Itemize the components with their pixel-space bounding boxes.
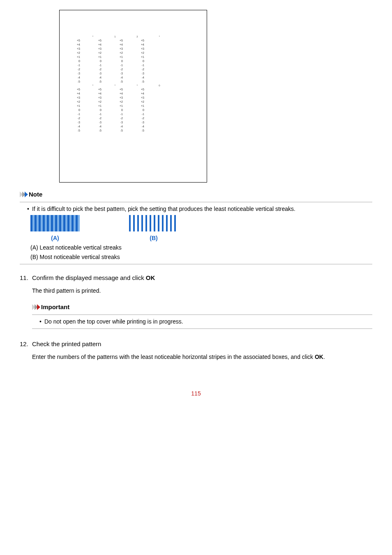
pattern-swatch xyxy=(81,60,97,63)
pattern-row: +5+5+5+5 xyxy=(76,88,190,92)
step-number: 12. xyxy=(20,340,32,365)
row-label: 0 xyxy=(140,59,145,64)
col-head: 0 xyxy=(148,84,171,88)
pattern-swatch xyxy=(145,125,161,128)
row-label: +4 xyxy=(119,92,124,96)
pattern-row: +4+4+4+4 xyxy=(76,92,190,96)
pattern-row: -2-2-2-2 xyxy=(76,116,190,120)
pattern-swatch xyxy=(102,117,119,120)
pattern-row: -2-2-2-2 xyxy=(76,67,190,72)
pattern-swatch xyxy=(81,109,97,112)
pattern-swatch xyxy=(124,104,140,108)
pattern-swatch xyxy=(145,109,161,112)
row-label: -1 xyxy=(97,63,102,68)
pattern-swatch xyxy=(81,121,97,124)
row-label: -5 xyxy=(119,129,124,133)
pattern-row: -3-3-3-3 xyxy=(76,72,190,76)
pattern-row: 0000 xyxy=(76,108,190,112)
row-label: +3 xyxy=(140,47,145,51)
col-head: 1 xyxy=(104,35,126,39)
row-label: 0 xyxy=(97,108,102,113)
pattern-swatch xyxy=(124,51,140,55)
step-11-title-text: Confirm the displayed message and click xyxy=(32,274,146,281)
pattern-swatch xyxy=(81,72,97,75)
page-number: 115 xyxy=(20,389,372,398)
col-head: 2 xyxy=(126,35,148,39)
streak-legend-a: (A) Least noticeable vertical streaks xyxy=(27,243,372,252)
pattern-swatch xyxy=(102,100,119,104)
row-label: +5 xyxy=(119,88,124,92)
pattern-swatch xyxy=(124,113,140,116)
row-label: +1 xyxy=(97,104,102,109)
ok-label: OK xyxy=(146,274,155,281)
pattern-row: +3+3+3+3 xyxy=(76,96,190,100)
pattern-swatch xyxy=(124,100,140,104)
pattern-swatch xyxy=(145,68,161,71)
pattern-swatch xyxy=(124,56,140,59)
pattern-swatch xyxy=(81,64,97,67)
row-label: -3 xyxy=(140,72,145,76)
row-label: -2 xyxy=(76,67,81,72)
step-11-title: Confirm the displayed message and click … xyxy=(32,273,372,283)
streak-examples: (A) (B) xyxy=(27,215,372,243)
divider xyxy=(20,202,372,202)
row-label: -3 xyxy=(140,120,145,125)
pattern-row: -1-1-1-1 xyxy=(76,63,190,67)
streak-example-a: (A) xyxy=(30,215,80,243)
pattern-swatch xyxy=(124,109,140,112)
pattern-swatch xyxy=(102,104,119,108)
row-label: +2 xyxy=(140,51,145,56)
pattern-swatch xyxy=(145,47,161,51)
pattern-swatch xyxy=(124,39,140,42)
pattern-swatch xyxy=(124,72,140,75)
pattern-row: +1+1+1+1 xyxy=(76,55,190,59)
pattern-row: -5-5-5-5 xyxy=(76,129,190,133)
pattern-swatch xyxy=(81,92,97,95)
pattern-swatch xyxy=(102,92,119,95)
row-label: -2 xyxy=(97,116,102,121)
pattern-swatch xyxy=(102,68,119,71)
row-label: -4 xyxy=(140,76,145,80)
important-bullet: Do not open the top cover while printing… xyxy=(39,317,372,326)
pattern-swatch xyxy=(145,51,161,55)
pattern-row: +1+1+1+1 xyxy=(76,104,190,108)
row-label: +4 xyxy=(140,43,145,47)
row-label: +5 xyxy=(140,88,145,92)
row-label: -2 xyxy=(119,67,124,72)
streak-example-b: (B) xyxy=(129,215,178,243)
pattern-swatch xyxy=(102,51,119,55)
pattern-swatch xyxy=(102,47,119,51)
pattern-swatch xyxy=(81,43,97,46)
row-label: -2 xyxy=(97,67,102,72)
pattern-swatch xyxy=(102,80,119,83)
col-head: * xyxy=(126,84,148,88)
row-label: -1 xyxy=(97,112,102,117)
pattern-swatch xyxy=(145,60,161,63)
note-callout-header: Note xyxy=(20,190,372,199)
row-label: -2 xyxy=(140,116,145,121)
pattern-swatch xyxy=(81,39,97,42)
row-label: +3 xyxy=(140,96,145,100)
row-label: +5 xyxy=(97,88,102,92)
row-label: +5 xyxy=(97,39,102,43)
row-label: +1 xyxy=(140,104,145,109)
pattern-row: -3-3-3-3 xyxy=(76,120,190,125)
step-number: 11. xyxy=(20,273,32,331)
important-icon xyxy=(32,304,39,310)
row-label: +3 xyxy=(97,96,102,100)
row-label: +2 xyxy=(140,100,145,104)
pattern-swatch xyxy=(102,60,119,63)
row-label: 0 xyxy=(76,59,81,64)
pattern-block-1: * 1 2 * +5+5+5+5+4+4+4+4+3+3+3+3+2+2+2+2… xyxy=(76,35,190,84)
pattern-swatch xyxy=(124,60,140,63)
pattern-swatch xyxy=(124,88,140,91)
pattern-swatch xyxy=(145,39,161,42)
row-label: -4 xyxy=(119,76,124,80)
row-label: -1 xyxy=(140,63,145,68)
pattern-swatch xyxy=(102,43,119,46)
streak-swatch-a xyxy=(30,215,80,231)
pattern-row: -1-1-1-1 xyxy=(76,112,190,116)
row-label: +4 xyxy=(119,43,124,47)
pattern-swatch xyxy=(81,96,97,99)
pattern-swatch xyxy=(124,64,140,67)
